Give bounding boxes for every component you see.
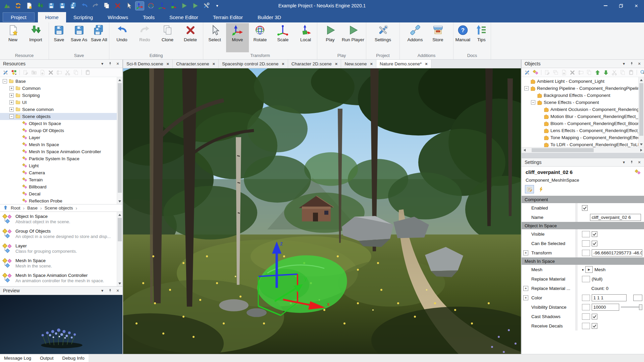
collapse-icon[interactable]: − [524,86,529,90]
manual-button[interactable]: ?Manual [453,23,472,52]
paste-button[interactable] [628,69,634,76]
settings-panel-menu-button[interactable]: ▾ [622,160,626,165]
play-button[interactable] [180,2,188,10]
close-tab-icon[interactable]: × [167,61,169,66]
scene-tab-new-scene[interactable]: New.scene× [341,60,376,68]
default-value-box[interactable] [582,304,590,310]
delete-button[interactable] [47,69,54,76]
object-item-bloom-component-renderingeffect-bloom[interactable]: Bloom - Component_RenderingEffect_Bloom [522,120,638,127]
breadcrumb-item-root[interactable]: Root [11,205,20,210]
move-up-button[interactable] [594,69,601,76]
scrollbar-thumb[interactable] [532,148,594,152]
bottom-tab-message-log[interactable]: Message Log [4,356,31,361]
object-item-scene-effects-component[interactable]: −Scene Effects - Component [522,99,638,106]
move-button[interactable]: Move [226,23,249,52]
column-splitter[interactable] [575,213,578,222]
menu-tab-windows[interactable]: Windows [100,12,136,22]
objects-tree-scrollbar[interactable] [638,77,644,147]
move-button[interactable] [136,2,144,10]
import-button[interactable]: Import [24,23,47,52]
resource-item-base[interactable]: −Base [0,78,117,85]
resource-item-common[interactable]: +Common [0,85,117,92]
select-button[interactable]: Select [203,23,226,52]
object-item-to-ldr-component-renderingeffect-told[interactable]: To LDR - Component_RenderingEffect_ToLD [522,141,638,147]
resource-item-mesh-in-space[interactable]: Mesh In Space [0,141,117,148]
preview-3d-view[interactable] [0,295,122,354]
expand-icon[interactable]: + [523,295,528,300]
scene-tab-sci-fi-demo-scene[interactable]: Sci-fi Demo.scene× [123,60,173,68]
expand-icon[interactable]: + [9,93,14,98]
objects-panel-close-button[interactable]: × [637,61,642,66]
object-item-ambient-occlusion-component-renderinge[interactable]: Ambient Occlusion - Component_RenderingE [522,106,638,113]
checkbox-receive-decals[interactable] [592,323,597,329]
reference-expand-button[interactable]: ▶ [585,266,593,273]
object-item-ambient-light-component-light[interactable]: Ambient Light - Component_Light [522,78,638,85]
class-list-item-mesh-in-space[interactable]: Mesh In SpaceMesh in the scene. [0,256,122,271]
menu-tab-scripting[interactable]: Scripting [66,12,100,22]
save-button[interactable] [47,2,55,10]
rename-button[interactable] [577,69,584,76]
resource-item-decal[interactable]: Decal [0,190,117,197]
scene-viewport[interactable]: z y x [123,68,521,354]
scroll-down-icon[interactable] [117,198,122,204]
default-value-box[interactable] [582,295,590,301]
settings-panel-pin-button[interactable] [629,160,634,165]
close-tab-icon[interactable]: × [335,61,338,66]
scroll-up-icon[interactable] [639,77,644,83]
checkbox-visible[interactable] [592,231,597,237]
scroll-right-icon[interactable] [638,147,644,153]
class-list-item-object-in-space[interactable]: Object In SpaceAbstract object in the sc… [0,212,122,227]
column-splitter[interactable] [575,302,578,312]
new-page-button[interactable] [560,69,567,76]
resource-item-scripting[interactable]: +Scripting [0,92,117,99]
select-button[interactable] [124,2,133,10]
checkbox-enabled[interactable] [582,205,588,211]
bottom-tab-debug-info[interactable]: Debug Info [62,356,85,361]
delete-button[interactable] [113,2,122,10]
delete-button[interactable]: Delete [179,23,202,52]
resource-item-reflection-probe[interactable]: Reflection Probe [0,197,117,204]
close-tab-icon[interactable]: × [370,61,373,66]
scrollbar-thumb[interactable] [118,83,122,193]
menu-tab-home[interactable]: Home [38,12,66,22]
play-button[interactable]: Play [319,23,342,52]
slider-thumb[interactable] [639,304,642,310]
delete-button[interactable] [569,69,576,76]
collapse-icon[interactable]: − [3,79,7,83]
copy-button[interactable] [72,69,79,76]
column-splitter[interactable] [575,229,578,239]
breadcrumb-up-button[interactable] [3,205,8,211]
rotate-button[interactable]: Rotate [249,23,272,52]
settings-panel-close-button[interactable]: × [637,160,642,165]
tips-button[interactable]: Tips [472,23,491,52]
resource-item-ui[interactable]: +UI [0,99,117,106]
resources-tree-scrollbar[interactable] [117,77,122,204]
scene-tab-nature-demo-scene[interactable]: Nature Demo.scene*× [376,60,431,68]
local-button[interactable] [169,2,177,10]
expand-icon[interactable]: + [9,86,14,90]
new-page-button[interactable] [39,69,46,76]
run-player-button[interactable]: Run Player [342,23,365,52]
events-tab-button[interactable] [536,185,545,193]
save-all-button[interactable] [69,2,77,10]
resources-panel-close-button[interactable]: × [115,61,120,66]
rename-button[interactable] [56,69,62,76]
class-list-item-group-of-objects[interactable]: Group Of ObjectsAn object in a scene des… [0,227,122,241]
preview-panel-menu-button[interactable]: ▾ [100,288,105,293]
scrollbar-thumb[interactable] [118,218,122,241]
resource-item-object-in-space[interactable]: Object In Space [0,120,117,127]
column-splitter[interactable] [575,203,578,213]
save-button[interactable]: Save [49,23,69,52]
redo-button[interactable]: Redo [133,23,156,52]
play-button[interactable] [191,2,199,10]
scroll-left-icon[interactable] [522,147,527,153]
column-splitter[interactable] [575,321,578,330]
preview-panel-close-button[interactable]: × [115,288,120,293]
cut-button[interactable] [611,69,618,76]
menu-tab-tools[interactable]: Tools [136,12,162,22]
menu-tab-builder-3d[interactable]: Builder 3D [250,12,288,22]
column-splitter[interactable] [575,293,578,302]
cut-button[interactable] [64,69,71,76]
settings-button[interactable] [202,2,210,10]
edit-button[interactable] [544,69,550,76]
